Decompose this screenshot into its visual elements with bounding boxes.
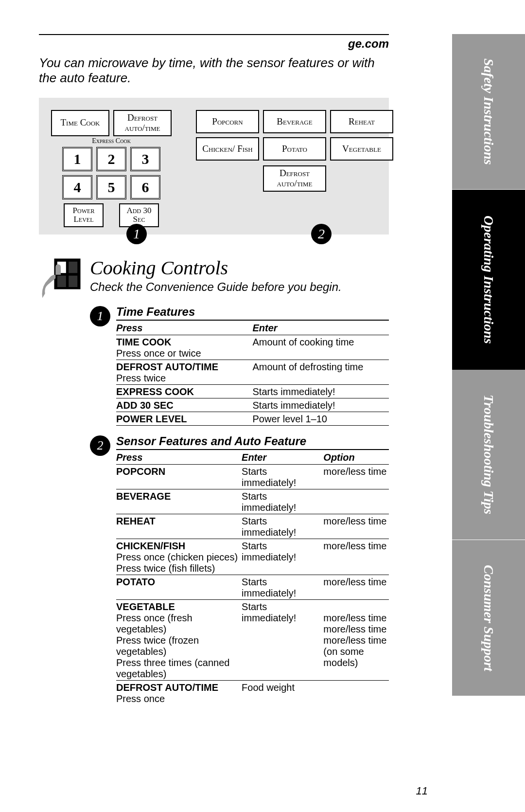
tab-consumer[interactable]: Consumer Support [452,540,525,696]
potato-button: Potato [263,137,326,161]
sensor-features-heading: Sensor Features and Auto Feature [116,434,389,450]
feature-num-1: 1 [90,306,110,326]
hand-press-icon [39,256,83,300]
time-features-table: PressEnter TIME COOKPress once or twiceA… [116,322,389,426]
defrost-button: Defrost auto/time [113,110,172,136]
tab-operating[interactable]: Operating Instructions [452,190,525,370]
beverage-button: Beverage [263,110,326,133]
website-link: ge.com [39,37,389,55]
power-level-button: Power Level [64,203,104,227]
tab-safety[interactable]: Safety Instructions [452,34,525,190]
side-tabs: Safety Instructions Operating Instructio… [452,34,525,764]
control-panel-diagram: Time Cook Defrost auto/time Express Cook… [39,98,389,235]
chicken-fish-button: Chicken/ Fish [196,137,259,161]
intro-text: You can microwave by time, with the sens… [39,55,389,86]
svg-rect-3 [57,276,66,287]
keypad-3: 3 [130,147,160,171]
keypad-1: 1 [62,147,92,171]
svg-rect-4 [69,276,77,287]
time-features-heading: Time Features [116,305,389,321]
vegetable-button: Vegetable [330,137,393,161]
defrost-auto-button-2: Defrost auto/time [263,165,326,192]
keypad-6: 6 [130,175,160,199]
tab-troubleshooting[interactable]: Troubleshooting Tips [452,370,525,540]
section-title: Cooking Controls [90,256,342,279]
callout-2: 2 [311,224,332,244]
feature-num-2: 2 [90,435,110,456]
section-subtitle: Check the Convenience Guide before you b… [90,280,342,294]
keypad-5: 5 [96,175,126,199]
express-cook-label: Express Cook [51,137,172,145]
page-number: 11 [416,785,428,797]
time-cook-button: Time Cook [51,110,109,136]
callout-1: 1 [126,224,147,244]
keypad-4: 4 [62,175,92,199]
svg-rect-2 [69,262,77,273]
reheat-button: Reheat [330,110,393,133]
sensor-features-table: PressEnterOption POPCORNStarts immediate… [116,451,389,705]
popcorn-button: Popcorn [196,110,259,133]
keypad-2: 2 [96,147,126,171]
